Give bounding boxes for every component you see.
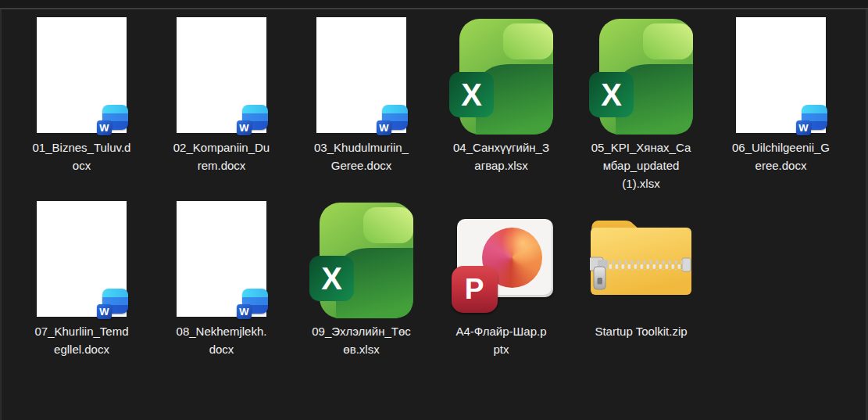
excel-letter: X bbox=[321, 261, 342, 296]
file-label: 06_Uilchilgeenii_Geree.docx bbox=[732, 138, 830, 174]
file-icon-box: P bbox=[431, 201, 571, 318]
file-tile-11[interactable]: Startup Toolkit.zip bbox=[571, 201, 711, 385]
file-icon-box: W bbox=[152, 201, 291, 318]
file-label-line: ocx bbox=[33, 156, 131, 174]
file-label: 05_KPI_Хянах_Самбар_updated(1).xlsx bbox=[591, 138, 691, 192]
word-file-icon: W bbox=[37, 17, 127, 133]
word-letter-badge: W bbox=[377, 120, 391, 135]
word-badge-icon: W bbox=[97, 289, 128, 319]
word-letter-badge: W bbox=[237, 120, 252, 135]
file-icon-box: W bbox=[152, 17, 291, 135]
file-label: 08_Nekhemjlekh.docx bbox=[177, 322, 267, 358]
file-icon-box bbox=[571, 201, 711, 318]
file-label-line: 09_Эхлэлийн_Төс bbox=[312, 322, 411, 340]
file-icon-box: X bbox=[291, 201, 431, 318]
file-label-line: 05_KPI_Хянах_Са bbox=[591, 138, 691, 156]
file-label-line: агвар.xlsx bbox=[453, 156, 549, 174]
file-label-line: 08_Nekhemjlekh. bbox=[177, 322, 267, 340]
excel-file-icon: X bbox=[309, 201, 413, 318]
file-label: 03_Khudulmuriin_Geree.docx bbox=[314, 138, 409, 174]
excel-file-icon: X bbox=[589, 17, 693, 135]
file-label-line: Startup Toolkit.zip bbox=[595, 322, 687, 340]
file-label: 07_Khurliin_Temdegllel.docx bbox=[34, 322, 128, 358]
excel-letter: X bbox=[601, 77, 622, 112]
file-icon-box: X bbox=[571, 17, 711, 135]
file-label-line: 03_Khudulmuriin_ bbox=[314, 138, 409, 156]
file-label-line: 04_Санхүүгийн_З bbox=[453, 138, 549, 156]
file-tile-06[interactable]: W 06_Uilchilgeenii_Geree.docx bbox=[711, 17, 851, 201]
file-label: 09_Эхлэлийн_Төсөв.xlsx bbox=[312, 322, 411, 358]
file-tile-03[interactable]: W 03_Khudulmuriin_Geree.docx bbox=[291, 17, 431, 201]
file-label: 02_Kompaniin_Durem.docx bbox=[173, 138, 270, 174]
file-label-line: ptx bbox=[455, 340, 546, 358]
word-file-icon: W bbox=[736, 17, 826, 133]
file-label: Startup Toolkit.zip bbox=[595, 322, 687, 340]
file-tile-04[interactable]: X 04_Санхүүгийн_Загвар.xlsx bbox=[431, 17, 571, 201]
file-grid: W 01_Biznes_Tuluv.docx W 02_Kompaniin_Du… bbox=[2, 9, 866, 385]
zip-folder-icon bbox=[590, 217, 692, 296]
file-label: 01_Biznes_Tuluv.docx bbox=[33, 138, 131, 174]
files-view-background: W 01_Biznes_Tuluv.docx W 02_Kompaniin_Du… bbox=[0, 9, 868, 420]
file-label-line: egllel.docx bbox=[34, 340, 128, 358]
file-label-line: Geree.docx bbox=[314, 156, 409, 174]
file-icon-box: W bbox=[12, 17, 152, 135]
excel-letter: X bbox=[461, 77, 482, 112]
word-letter-badge: W bbox=[97, 120, 112, 135]
file-label-line: мбар_updated bbox=[591, 156, 691, 174]
word-file-icon: W bbox=[177, 17, 266, 133]
file-tile-10[interactable]: P A4-Флайр-Шар.pptx bbox=[431, 201, 571, 385]
window-titlebar bbox=[0, 0, 868, 8]
file-explorer-window: W 01_Biznes_Tuluv.docx W 02_Kompaniin_Du… bbox=[0, 0, 868, 420]
file-icon-box: X bbox=[431, 17, 571, 135]
file-label-line: 01_Biznes_Tuluv.d bbox=[33, 138, 131, 156]
word-file-icon: W bbox=[316, 17, 406, 133]
file-label-line: eree.docx bbox=[732, 156, 830, 174]
file-label-line: A4-Флайр-Шар.p bbox=[455, 322, 546, 340]
file-label-line: docx bbox=[177, 340, 267, 358]
word-file-icon: W bbox=[177, 201, 266, 317]
file-label-line: (1).xlsx bbox=[591, 174, 691, 192]
word-badge-icon: W bbox=[796, 105, 827, 135]
file-label-line: 07_Khurliin_Temd bbox=[34, 322, 128, 340]
powerpoint-p-badge: P bbox=[452, 266, 498, 313]
file-label-line: 06_Uilchilgeenii_G bbox=[732, 138, 830, 156]
file-label-line: өв.xlsx bbox=[312, 340, 411, 358]
word-badge-icon: W bbox=[377, 105, 408, 135]
file-tile-05[interactable]: X 05_KPI_Хянах_Самбар_updated(1).xlsx bbox=[571, 17, 711, 201]
word-letter-badge: W bbox=[796, 120, 811, 135]
file-tile-09[interactable]: X 09_Эхлэлийн_Төсөв.xlsx bbox=[291, 201, 431, 385]
file-tile-02[interactable]: W 02_Kompaniin_Durem.docx bbox=[152, 17, 291, 201]
word-letter-badge: W bbox=[237, 304, 252, 319]
file-tile-01[interactable]: W 01_Biznes_Tuluv.docx bbox=[12, 17, 152, 201]
file-icon-box: W bbox=[291, 17, 431, 135]
word-badge-icon: W bbox=[237, 289, 268, 319]
powerpoint-file-icon: P bbox=[450, 217, 553, 314]
file-label-line: rem.docx bbox=[173, 156, 270, 174]
zip-zipper-teeth bbox=[604, 260, 684, 270]
file-icon-box: W bbox=[711, 17, 851, 135]
file-icon-box: W bbox=[12, 201, 152, 318]
word-badge-icon: W bbox=[237, 105, 268, 135]
file-tile-07[interactable]: W 07_Khurliin_Temdegllel.docx bbox=[12, 201, 152, 385]
file-tile-08[interactable]: W 08_Nekhemjlekh.docx bbox=[152, 201, 291, 385]
file-label: 04_Санхүүгийн_Загвар.xlsx bbox=[453, 138, 549, 174]
word-file-icon: W bbox=[37, 201, 127, 317]
file-label-line: 02_Kompaniin_Du bbox=[173, 138, 270, 156]
file-label: A4-Флайр-Шар.pptx bbox=[455, 322, 546, 358]
word-letter-badge: W bbox=[97, 304, 112, 319]
word-badge-icon: W bbox=[97, 105, 128, 135]
excel-file-icon: X bbox=[449, 17, 553, 135]
